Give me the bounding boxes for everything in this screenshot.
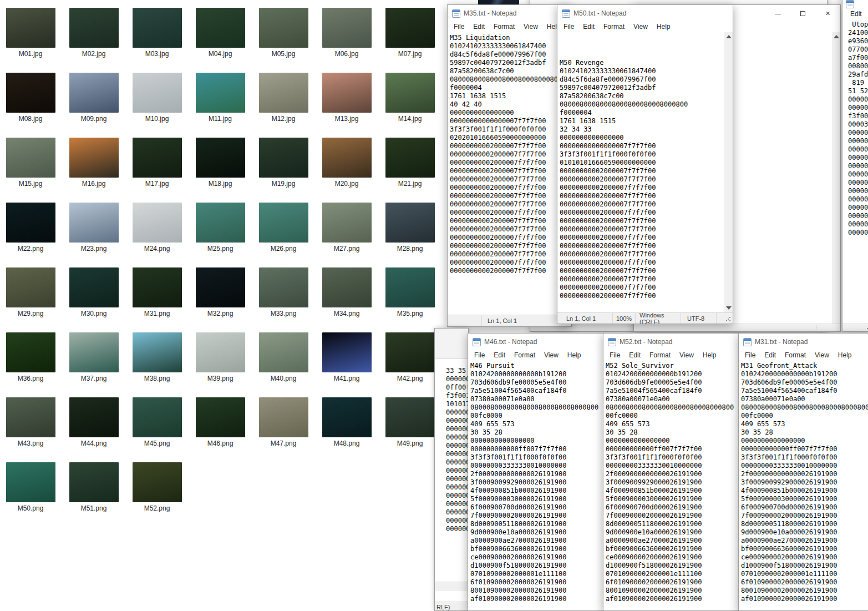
file-item-m25[interactable]: M25.png [189,203,252,253]
menu-view[interactable]: View [629,22,652,32]
notepad-window-m50[interactable]: M50.txt - Notepad FileEditFormatViewHelp… [557,4,733,324]
thumbnail-image[interactable] [196,8,245,48]
menu-edit[interactable]: Edit [846,9,866,19]
file-item-m26[interactable]: M26.png [252,203,315,253]
titlebar-m50[interactable]: M50.txt - Notepad [557,5,733,22]
thumbnail-image[interactable] [69,397,119,437]
thumbnail-image[interactable] [133,332,182,372]
file-item-m14[interactable]: M14.jpg [378,73,441,123]
file-item-m21[interactable]: M21.jpg [378,138,441,188]
file-item-m17[interactable]: M17.jpg [125,138,189,188]
file-item-m46[interactable]: M46.png [189,397,252,447]
file-item-m50[interactable]: M50.png [0,462,62,512]
thumbnail-image[interactable] [259,8,308,48]
file-item-m48[interactable]: M48.png [315,397,378,447]
menu-format[interactable]: Format [510,350,540,361]
thumbnail-image[interactable] [133,73,182,113]
file-item-m22[interactable]: M22.png [0,203,62,253]
thumbnail-image[interactable] [196,138,245,178]
file-item-m13[interactable]: M13.jpg [315,73,378,123]
text-area[interactable]: M31 Geofront_Attack01024200000000000b191… [739,360,868,610]
file-item-m40[interactable]: M40.png [252,332,315,382]
thumbnail-image[interactable] [69,73,119,113]
thumbnail-image[interactable] [69,462,119,502]
file-item-m36[interactable]: M36.png [0,332,62,382]
thumbnail-image[interactable] [385,203,435,243]
thumbnail-image[interactable] [322,267,372,307]
menu-file[interactable]: File [559,22,578,32]
file-item-m52[interactable]: M52.png [125,462,189,512]
text-area[interactable]: 33 3500000000ff00ff3f0011010170000000000… [435,359,468,610]
thumbnail-image[interactable] [69,203,119,243]
thumbnail-image[interactable] [133,462,182,502]
thumbnail-image[interactable] [385,267,435,307]
file-item-m01[interactable]: M01.jpg [0,8,62,58]
file-item-m49[interactable]: M49.png [378,397,441,447]
notepad-window-m46[interactable]: M46.txt - Notepad FileEditFormatViewHelp… [468,333,605,611]
thumbnail-image[interactable] [196,73,245,113]
thumbnail-image[interactable] [259,332,308,372]
menu-view[interactable]: View [519,22,542,32]
thumbnail-image[interactable] [69,138,119,178]
file-item-m41[interactable]: M41.png [315,332,378,382]
menu-edit[interactable]: Edit [489,350,510,361]
text-area[interactable]: M50 Revenge010241023333330061847400d84c5… [557,32,733,312]
file-item-m18[interactable]: M18.jpg [189,138,252,188]
thumbnail-image[interactable] [133,138,182,178]
thumbnail-image[interactable] [322,138,372,178]
resize-grip[interactable] [725,316,731,322]
notepad-window-m52[interactable]: M52.txt - Notepad FileEditFormatViewHelp… [603,333,740,611]
thumbnail-image[interactable] [385,73,435,113]
thumbnail-image[interactable] [6,397,55,437]
titlebar-m35[interactable]: M35.txt - Notepad [448,5,571,22]
thumbnail-image[interactable] [322,8,372,48]
file-item-m29[interactable]: M29.png [0,267,62,317]
menu-help[interactable]: Help [698,350,721,361]
menu-file[interactable]: File [470,350,489,361]
thumbnail-image[interactable] [133,267,182,307]
horizontal-scrollbar[interactable] [435,582,468,590]
menu-format[interactable]: Format [489,22,519,32]
file-item-m16[interactable]: M16.jpg [62,138,125,188]
menu-format[interactable]: Format [599,22,629,32]
text-area[interactable]: M52 Sole_Survivor01024200000000000b19120… [603,360,739,610]
thumbnail-image[interactable] [322,397,372,437]
menu-view[interactable]: View [810,350,834,361]
file-item-m30[interactable]: M30.png [62,267,125,317]
thumbnail-image[interactable] [322,73,372,113]
maximize-button[interactable] [777,0,802,4]
thumbnail-image[interactable] [259,138,308,178]
file-item-m33[interactable]: M33.png [252,267,315,317]
thumbnail-image[interactable] [385,332,435,372]
file-item-m37[interactable]: M37.png [62,332,125,382]
file-item-m10[interactable]: M10.jpg [125,73,189,123]
thumbnail-image[interactable] [259,203,308,243]
thumbnail-image[interactable] [69,267,119,307]
thumbnail-image[interactable] [196,332,245,372]
file-item-m08[interactable]: M08.jpg [0,73,62,123]
file-item-m19[interactable]: M19.jpg [252,138,315,188]
file-item-m42[interactable]: M42.png [378,332,441,382]
file-item-m51[interactable]: M51.png [62,462,125,512]
thumbnail-image[interactable] [259,267,308,307]
file-item-m05[interactable]: M05.jpg [252,8,315,58]
thumbnail-image[interactable] [259,397,308,437]
file-item-m03[interactable]: M03.jpg [125,8,189,58]
file-item-m15[interactable]: M15.jpg [0,138,62,188]
titlebar-m31[interactable]: M31.txt - Notepad [739,334,868,350]
file-item-m28[interactable]: M28.png [378,203,441,253]
maximize-button[interactable] [790,5,815,22]
scroll-up-icon[interactable] [726,35,732,38]
minimize-button[interactable]: — [765,5,790,22]
menu-format[interactable]: Format [780,350,810,361]
text-area[interactable]: M46 Pursuit01024200000000000b191200703d6… [468,360,604,610]
titlebar-m46[interactable]: M46.txt - Notepad [468,334,604,350]
scroll-up-icon[interactable] [834,35,839,38]
notepad-window-left-strip[interactable]: 33 3500000000ff00ff3f0011010170000000000… [434,328,469,611]
thumbnail-image[interactable] [322,203,372,243]
thumbnail-image[interactable] [133,397,182,437]
file-item-m07[interactable]: M07.jpg [378,8,441,58]
file-item-m27[interactable]: M27.png [315,203,378,253]
file-item-m45[interactable]: M45.png [125,397,189,447]
file-item-m32[interactable]: M32.png [189,267,252,317]
